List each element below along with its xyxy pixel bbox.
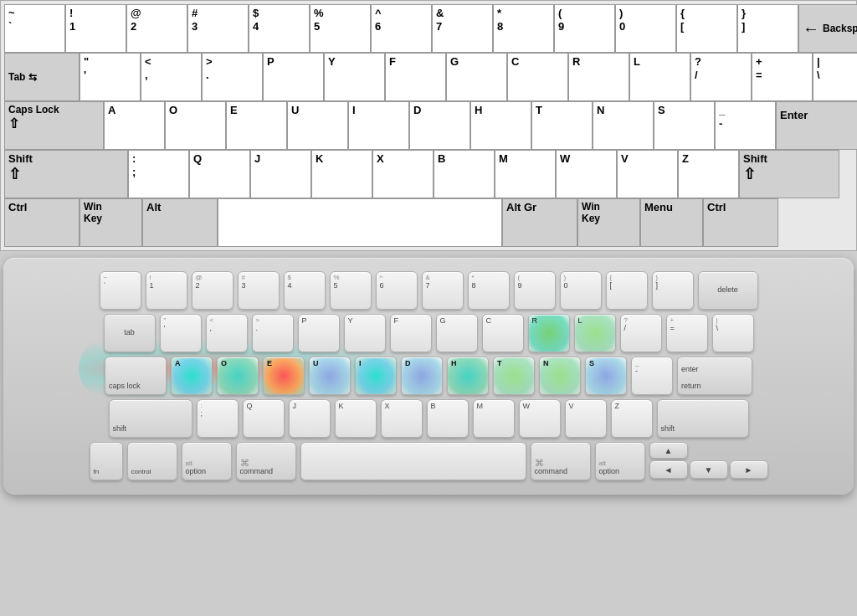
mac-key-semicolon[interactable]: :; xyxy=(197,399,239,438)
key-win-right[interactable]: WinKey xyxy=(577,198,640,247)
key-w[interactable]: W xyxy=(556,150,617,198)
key-menu[interactable]: Menu xyxy=(640,198,703,247)
key-slash[interactable]: ?/ xyxy=(690,53,752,101)
key-c[interactable]: C xyxy=(507,53,568,101)
key-ctrl-right[interactable]: Ctrl xyxy=(703,198,778,247)
key-i[interactable]: I xyxy=(348,101,409,150)
mac-key-c[interactable]: C xyxy=(482,314,524,352)
mac-key-8[interactable]: *8 xyxy=(468,271,510,310)
key-p[interactable]: P xyxy=(263,53,324,101)
mac-key-n[interactable]: N xyxy=(539,357,581,395)
key-equals[interactable]: += xyxy=(752,53,813,101)
key-t[interactable]: T xyxy=(531,101,593,150)
key-a[interactable]: A xyxy=(104,101,165,150)
key-m[interactable]: M xyxy=(495,150,556,198)
mac-key-7[interactable]: &7 xyxy=(422,271,464,310)
key-7[interactable]: &7 xyxy=(432,4,493,53)
key-tab[interactable]: Tab ⇆ xyxy=(4,53,80,101)
key-z[interactable]: Z xyxy=(678,150,739,198)
key-v[interactable]: V xyxy=(617,150,678,198)
key-5[interactable]: %5 xyxy=(310,4,371,53)
mac-key-1[interactable]: !1 xyxy=(146,271,187,310)
key-backtick[interactable]: ~` xyxy=(4,4,65,53)
mac-key-2[interactable]: @2 xyxy=(192,271,233,310)
mac-key-f[interactable]: F xyxy=(390,314,432,352)
key-1[interactable]: !1 xyxy=(65,4,126,53)
mac-key-g[interactable]: G xyxy=(436,314,478,352)
mac-key-3[interactable]: #3 xyxy=(238,271,280,310)
mac-key-comma[interactable]: <, xyxy=(206,314,248,352)
mac-key-s[interactable]: S xyxy=(585,357,627,395)
key-6[interactable]: ^6 xyxy=(371,4,432,53)
mac-key-command-left[interactable]: ⌘command xyxy=(236,442,296,480)
mac-key-space[interactable] xyxy=(300,442,526,480)
key-j[interactable]: J xyxy=(250,150,311,198)
key-shift-right[interactable]: Shift ⇧ xyxy=(739,150,839,198)
mac-key-control[interactable]: control xyxy=(127,442,177,480)
key-win-left[interactable]: WinKey xyxy=(80,198,142,247)
key-bracket-close[interactable]: }] xyxy=(737,4,798,53)
key-s[interactable]: S xyxy=(654,101,715,150)
mac-key-p[interactable]: P xyxy=(298,314,340,352)
mac-key-w[interactable]: W xyxy=(519,399,561,438)
key-bracket-open[interactable]: {[ xyxy=(676,4,737,53)
mac-key-slash[interactable]: ?/ xyxy=(620,314,662,352)
mac-key-a[interactable]: A xyxy=(171,357,213,395)
mac-key-backtick[interactable]: ~` xyxy=(100,271,141,310)
mac-key-9[interactable]: (9 xyxy=(514,271,556,310)
mac-key-d[interactable]: D xyxy=(401,357,443,395)
mac-key-z[interactable]: Z xyxy=(611,399,653,438)
mac-key-i[interactable]: I xyxy=(355,357,397,395)
key-capslock[interactable]: Caps Lock ⇧ xyxy=(4,101,104,150)
key-k[interactable]: K xyxy=(311,150,372,198)
mac-key-backslash[interactable]: |\ xyxy=(712,314,754,352)
mac-key-bracket-close[interactable]: }] xyxy=(652,271,694,310)
mac-key-shift-left[interactable]: shift xyxy=(109,399,192,438)
mac-key-period[interactable]: >. xyxy=(252,314,294,352)
mac-key-l[interactable]: L xyxy=(574,314,616,352)
mac-key-delete[interactable]: delete xyxy=(698,271,758,310)
mac-key-r[interactable]: R xyxy=(528,314,570,352)
mac-key-fn[interactable]: fn xyxy=(90,442,123,480)
mac-key-tab[interactable]: tab xyxy=(104,314,156,352)
mac-key-u[interactable]: U xyxy=(309,357,351,395)
mac-key-arrow-up[interactable]: ▲ xyxy=(649,442,688,459)
mac-key-enter[interactable]: enterreturn xyxy=(677,357,752,395)
mac-key-q[interactable]: Q xyxy=(243,399,285,438)
key-space[interactable] xyxy=(218,198,502,247)
key-altgr[interactable]: Alt Gr xyxy=(502,198,577,247)
mac-key-m[interactable]: M xyxy=(473,399,515,438)
key-4[interactable]: $4 xyxy=(249,4,310,53)
key-backspace[interactable]: ←Backspace xyxy=(798,4,857,53)
key-0[interactable]: )0 xyxy=(615,4,676,53)
key-minus[interactable]: _- xyxy=(715,101,776,150)
key-8[interactable]: *8 xyxy=(493,4,554,53)
key-shift-left[interactable]: Shift ⇧ xyxy=(4,150,128,198)
mac-key-t[interactable]: T xyxy=(493,357,535,395)
key-ctrl-left[interactable]: Ctrl xyxy=(4,198,80,247)
key-h[interactable]: H xyxy=(470,101,531,150)
key-enter[interactable]: Enter ↵ xyxy=(776,101,857,150)
mac-key-b[interactable]: B xyxy=(427,399,469,438)
mac-key-arrow-down[interactable]: ▼ xyxy=(690,460,728,479)
mac-key-j[interactable]: J xyxy=(289,399,331,438)
key-9[interactable]: (9 xyxy=(554,4,615,53)
mac-key-e[interactable]: E xyxy=(263,357,305,395)
mac-key-k[interactable]: K xyxy=(335,399,377,438)
key-alt-left[interactable]: Alt xyxy=(142,198,218,247)
mac-key-arrow-left[interactable]: ◄ xyxy=(649,460,688,479)
key-e[interactable]: E xyxy=(226,101,287,150)
key-comma[interactable]: <, xyxy=(141,53,202,101)
mac-key-5[interactable]: %5 xyxy=(330,271,372,310)
key-quote[interactable]: "' xyxy=(80,53,141,101)
key-g[interactable]: G xyxy=(446,53,507,101)
key-f[interactable]: F xyxy=(385,53,446,101)
key-x[interactable]: X xyxy=(372,150,434,198)
mac-key-minus[interactable]: _- xyxy=(631,357,673,395)
mac-key-0[interactable]: )0 xyxy=(560,271,602,310)
mac-key-command-right[interactable]: ⌘command xyxy=(531,442,591,480)
key-q[interactable]: Q xyxy=(189,150,250,198)
mac-key-x[interactable]: X xyxy=(381,399,423,438)
key-3[interactable]: #3 xyxy=(187,4,249,53)
mac-key-v[interactable]: V xyxy=(565,399,607,438)
